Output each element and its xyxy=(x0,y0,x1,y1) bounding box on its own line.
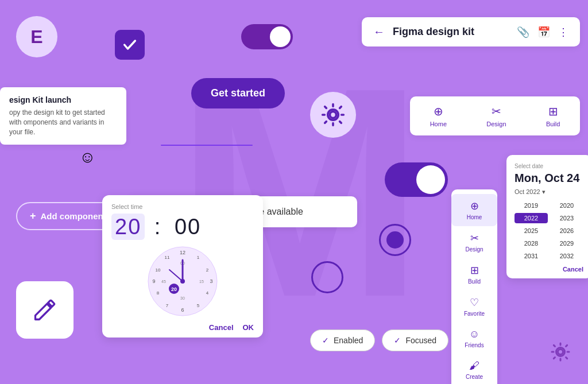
nav-item-home[interactable]: ⊕ Home xyxy=(422,101,455,131)
chip-enabled[interactable]: ✓ Enabled xyxy=(310,329,375,351)
date-picker-years: 2019 2020 2022 2023 2025 2026 2028 2029 … xyxy=(514,200,583,261)
build-nav-label: Build xyxy=(546,121,560,127)
chip-focused[interactable]: ✓ Focused xyxy=(382,329,448,351)
date-picker-label: Select date xyxy=(514,163,583,169)
sidebar-home-icon: ⊕ xyxy=(470,200,479,212)
year-2020[interactable]: 2020 xyxy=(550,200,583,211)
svg-text:7: 7 xyxy=(166,303,169,308)
sidebar-build-label: Build xyxy=(468,278,481,285)
gear-bottom-right-icon[interactable] xyxy=(550,342,571,367)
gear-icon xyxy=(320,102,346,127)
description-card: esign Kit launch opy the design kit to g… xyxy=(0,87,126,145)
year-2026[interactable]: 2026 xyxy=(550,226,583,236)
sidebar-item-favorite[interactable]: ♡ Favorite xyxy=(451,290,497,323)
time-picker: Select time 20 : 00 12 6 9 3 1 2 4 5 7 8… xyxy=(102,195,263,338)
more-icon[interactable]: ⋮ xyxy=(558,26,568,38)
date-picker-month[interactable]: Oct 2022 ▾ xyxy=(514,188,583,196)
svg-text:12: 12 xyxy=(180,250,185,255)
sidebar-create-label: Create xyxy=(466,374,483,380)
divider-line xyxy=(161,145,253,146)
svg-text:8: 8 xyxy=(157,290,160,296)
sidebar-item-friends[interactable]: ☺ Friends xyxy=(451,323,497,354)
sidebar-home-label: Home xyxy=(467,214,482,220)
time-separator: : xyxy=(154,215,162,239)
time-cancel-btn[interactable]: Cancel xyxy=(209,323,234,332)
svg-point-24 xyxy=(558,350,563,355)
checkmark-icon xyxy=(122,37,138,53)
radio-inner-dot xyxy=(386,231,404,249)
year-2031[interactable]: 2031 xyxy=(514,251,548,261)
toggle-knob xyxy=(270,26,291,47)
toggle-large-knob xyxy=(416,165,445,194)
clock-svg: 12 6 9 3 1 2 4 5 7 8 10 11 00 30 45 15 2… xyxy=(145,244,220,319)
svg-text:6: 6 xyxy=(181,307,184,313)
year-2023[interactable]: 2023 xyxy=(550,213,583,223)
svg-text:3: 3 xyxy=(210,278,212,284)
time-ok-btn[interactable]: OK xyxy=(243,323,254,332)
sidebar-favorite-label: Favorite xyxy=(464,311,485,317)
toggle-large[interactable] xyxy=(385,162,448,197)
checkbox-widget[interactable] xyxy=(115,30,145,60)
svg-text:1: 1 xyxy=(197,255,200,260)
edit-icon xyxy=(32,297,57,323)
design-nav-icon: ✂ xyxy=(492,104,501,118)
radio-button-outline[interactable] xyxy=(311,261,343,293)
radio-button-filled[interactable] xyxy=(379,224,411,256)
svg-text:5: 5 xyxy=(197,303,200,308)
calendar-icon[interactable]: 📅 xyxy=(537,26,550,38)
nav-bar: ⊕ Home ✂ Design ⊞ Build xyxy=(410,96,580,135)
toggle-small[interactable] xyxy=(241,24,293,49)
svg-text:45: 45 xyxy=(161,280,166,284)
top-bar-icons: 📎 📅 ⋮ xyxy=(517,26,568,38)
sidebar-item-home[interactable]: ⊕ Home xyxy=(451,194,497,226)
sidebar-item-create[interactable]: 🖌 Create xyxy=(451,354,497,384)
svg-text:30: 30 xyxy=(180,296,185,300)
time-minutes[interactable]: 00 xyxy=(171,214,204,240)
attachment-icon[interactable]: 📎 xyxy=(517,26,529,38)
edit-icon-card[interactable] xyxy=(16,281,74,339)
nav-item-build[interactable]: ⊞ Build xyxy=(538,101,568,131)
svg-text:15: 15 xyxy=(199,280,204,284)
sidebar-design-label: Design xyxy=(465,246,483,253)
svg-text:4: 4 xyxy=(206,290,209,296)
home-nav-label: Home xyxy=(430,121,447,127)
year-2032[interactable]: 2032 xyxy=(550,251,583,261)
year-2028[interactable]: 2028 xyxy=(514,238,548,249)
desc-card-title: esign Kit launch xyxy=(9,95,117,104)
sidebar-item-build[interactable]: ⊞ Build xyxy=(451,258,497,290)
time-hours[interactable]: 20 xyxy=(111,214,145,240)
get-started-button[interactable]: Get started xyxy=(191,78,285,108)
top-bar-title: Figma design kit xyxy=(393,26,509,38)
sidebar-nav: ⊕ Home ✂ Design ⊞ Build ♡ Favorite ☺ Fri… xyxy=(451,189,497,384)
desc-card-body: opy the design kit to get started with o… xyxy=(9,108,117,137)
sidebar-friends-label: Friends xyxy=(465,342,483,348)
svg-text:9: 9 xyxy=(152,278,155,284)
build-nav-icon: ⊞ xyxy=(548,104,558,118)
date-picker-date: Mon, Oct 24 xyxy=(514,172,583,185)
date-picker: Select date Mon, Oct 24 Oct 2022 ▾ 2019 … xyxy=(506,155,588,278)
sidebar-item-design[interactable]: ✂ Design xyxy=(451,226,497,258)
clock-area: 12 6 9 3 1 2 4 5 7 8 10 11 00 30 45 15 2… xyxy=(111,244,254,319)
chip-focused-check: ✓ xyxy=(394,336,401,345)
sidebar-design-icon: ✂ xyxy=(470,232,479,245)
year-2025[interactable]: 2025 xyxy=(514,226,548,236)
nav-item-design[interactable]: ✂ Design xyxy=(478,101,514,131)
back-button[interactable]: ← xyxy=(373,25,385,38)
home-nav-icon: ⊕ xyxy=(434,104,443,118)
svg-text:2: 2 xyxy=(206,267,209,273)
time-display: 20 : 00 xyxy=(111,215,254,239)
chip-enabled-check: ✓ xyxy=(322,336,329,345)
top-bar: ← Figma design kit 📎 📅 ⋮ xyxy=(362,17,580,46)
gear-icon-widget[interactable] xyxy=(310,92,356,138)
year-2029[interactable]: 2029 xyxy=(550,238,583,249)
design-nav-label: Design xyxy=(486,121,506,127)
date-picker-cancel[interactable]: Cancel xyxy=(514,266,583,273)
add-component-label: Add component xyxy=(41,211,106,221)
plus-icon: + xyxy=(30,210,36,222)
svg-point-21 xyxy=(180,279,185,284)
year-2022[interactable]: 2022 xyxy=(514,213,548,223)
year-2019[interactable]: 2019 xyxy=(514,200,548,211)
gear-icon-br xyxy=(550,342,571,362)
sidebar-build-icon: ⊞ xyxy=(470,264,479,277)
chips-row: ✓ Enabled ✓ Focused xyxy=(310,329,448,351)
